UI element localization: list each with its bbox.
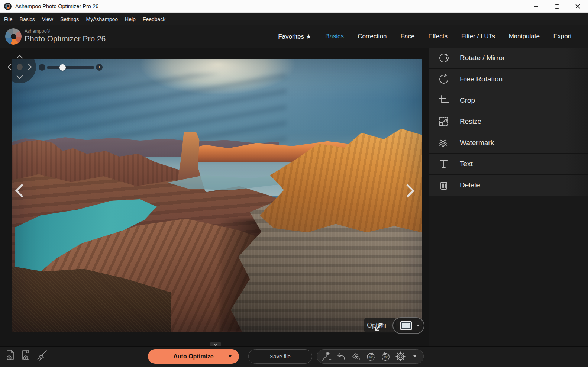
- auto-optimize-label: Auto Optimize: [173, 353, 213, 360]
- sidebar-item-free-rotation[interactable]: Free Rotation: [429, 69, 588, 90]
- minimize-button[interactable]: [526, 0, 546, 13]
- app-logo-icon: [4, 3, 12, 10]
- titlebar: Ashampoo Photo Optimizer Pro 26: [0, 0, 588, 13]
- sidebar-item-label: Watermark: [460, 139, 494, 147]
- pan-up-icon[interactable]: [17, 55, 23, 61]
- menu-file[interactable]: File: [4, 16, 13, 22]
- quick-actions-group: 90° 90°: [317, 349, 424, 364]
- bottom-toolbar: Auto Optimize Save file: [0, 346, 588, 367]
- photo-canvas: [12, 59, 422, 332]
- sidebar-item-rotate-mirror[interactable]: Rotate / Mirror: [429, 48, 588, 69]
- screen-icon: [400, 321, 412, 330]
- main-nav: Favorites ★ Basics Correction Face Effec…: [278, 25, 572, 48]
- tab-manipulate[interactable]: Manipulate: [509, 33, 540, 40]
- svg-text:90°: 90°: [384, 355, 388, 359]
- sidebar-item-label: Delete: [460, 181, 480, 189]
- maximize-button[interactable]: [546, 0, 567, 13]
- sidebar-item-label: Rotate / Mirror: [460, 54, 505, 62]
- zoom-in-button[interactable]: +: [96, 64, 103, 71]
- header: Ashampoo® Photo Optimizer Pro 26 Favorit…: [0, 25, 588, 48]
- rotate-right-90-icon[interactable]: 90°: [380, 351, 391, 362]
- svg-text:90°: 90°: [369, 355, 373, 359]
- auto-optimize-button[interactable]: Auto Optimize: [148, 349, 239, 364]
- app-window: Ashampoo Photo Optimizer Pro 26 File Bas…: [0, 0, 588, 367]
- sidebar-item-delete[interactable]: Delete: [429, 175, 588, 196]
- save-file-button[interactable]: Save file: [248, 349, 312, 364]
- magic-wand-icon[interactable]: [320, 351, 332, 362]
- tab-correction[interactable]: Correction: [358, 33, 387, 40]
- sidebar-item-text[interactable]: Text: [429, 154, 588, 175]
- menu-basics[interactable]: Basics: [20, 16, 35, 22]
- tab-face[interactable]: Face: [401, 33, 415, 40]
- minimize-icon: [534, 6, 538, 7]
- brand-block: Ashampoo® Photo Optimizer Pro 26: [25, 29, 106, 43]
- rotate-left-90-icon[interactable]: 90°: [365, 351, 377, 362]
- brand-name: Ashampoo®: [25, 29, 106, 34]
- sidebar-item-resize[interactable]: Resize: [429, 111, 588, 132]
- view-mode-button[interactable]: [392, 317, 424, 334]
- watermark-icon: [437, 136, 450, 149]
- chevron-left-icon: [15, 184, 29, 198]
- add-folder-icon: [19, 348, 33, 362]
- chevron-right-icon: [401, 184, 415, 198]
- zoom-slider-thumb[interactable]: [59, 64, 66, 71]
- fullscreen-expand-icon[interactable]: [372, 321, 385, 335]
- photo-vignette: [12, 59, 422, 332]
- save-file-label: Save file: [270, 354, 291, 360]
- add-folder-button[interactable]: [19, 348, 33, 362]
- sidebar-item-label: Crop: [460, 96, 475, 104]
- undo-all-icon[interactable]: [350, 351, 362, 362]
- pan-center-dot: [17, 64, 23, 70]
- settings-gear-icon[interactable]: [395, 351, 406, 362]
- add-file-button[interactable]: [4, 348, 18, 362]
- clean-broom-icon: [35, 348, 49, 362]
- menu-settings[interactable]: Settings: [60, 16, 79, 22]
- chevron-down-icon: [213, 341, 217, 345]
- tab-basics[interactable]: Basics: [325, 33, 344, 40]
- product-name: Photo Optimizer Pro 26: [25, 34, 106, 43]
- caret-down-icon: [413, 355, 416, 357]
- sidebar-item-label: Resize: [460, 117, 481, 126]
- maximize-icon: [555, 4, 559, 9]
- tab-favorites[interactable]: Favorites ★: [278, 33, 311, 41]
- sidebar-item-label: Free Rotation: [460, 75, 503, 83]
- view-mode-caret-icon[interactable]: [417, 325, 420, 326]
- tools-sidebar: Rotate / Mirror Free Rotation Crop Res: [429, 48, 588, 367]
- sidebar-item-watermark[interactable]: Watermark: [429, 132, 588, 154]
- auto-optimize-caret-icon[interactable]: [229, 355, 232, 357]
- zoom-out-button[interactable]: −: [39, 64, 45, 71]
- close-button[interactable]: [567, 0, 588, 13]
- text-icon: [437, 158, 450, 170]
- menu-view[interactable]: View: [42, 16, 53, 22]
- tab-filter-luts[interactable]: Filter / LUTs: [461, 33, 495, 40]
- next-image-button[interactable]: [403, 185, 416, 198]
- pan-control[interactable]: [3, 51, 36, 83]
- zoom-slider: − +: [39, 63, 103, 71]
- menu-bar: File Basics View Settings MyAshampoo Hel…: [0, 13, 588, 25]
- resize-icon: [437, 115, 450, 128]
- zoom-slider-track[interactable]: [47, 66, 94, 69]
- free-rotation-icon: [437, 73, 450, 86]
- crop-icon: [437, 94, 450, 107]
- brand-logo-icon: [5, 28, 22, 45]
- undo-icon[interactable]: [335, 351, 347, 362]
- menu-feedback[interactable]: Feedback: [143, 16, 165, 22]
- menu-myashampoo[interactable]: MyAshampoo: [86, 16, 118, 22]
- pan-down-icon[interactable]: [17, 73, 23, 79]
- clean-list-button[interactable]: [35, 348, 49, 362]
- tab-effects[interactable]: Effects: [428, 33, 448, 40]
- delete-icon: [437, 179, 450, 191]
- add-file-icon: [4, 348, 18, 362]
- tab-export[interactable]: Export: [553, 33, 572, 40]
- quick-actions-dropdown[interactable]: [410, 349, 420, 364]
- menu-help[interactable]: Help: [125, 16, 136, 22]
- rotate-mirror-icon: [437, 52, 450, 64]
- pan-left-icon[interactable]: [8, 64, 14, 70]
- previous-image-button[interactable]: [15, 185, 28, 198]
- window-title: Ashampoo Photo Optimizer Pro 26: [15, 3, 98, 9]
- pan-right-icon[interactable]: [26, 64, 32, 70]
- close-icon: [575, 4, 580, 9]
- sidebar-item-crop[interactable]: Crop: [429, 90, 588, 111]
- sidebar-item-label: Text: [460, 160, 473, 168]
